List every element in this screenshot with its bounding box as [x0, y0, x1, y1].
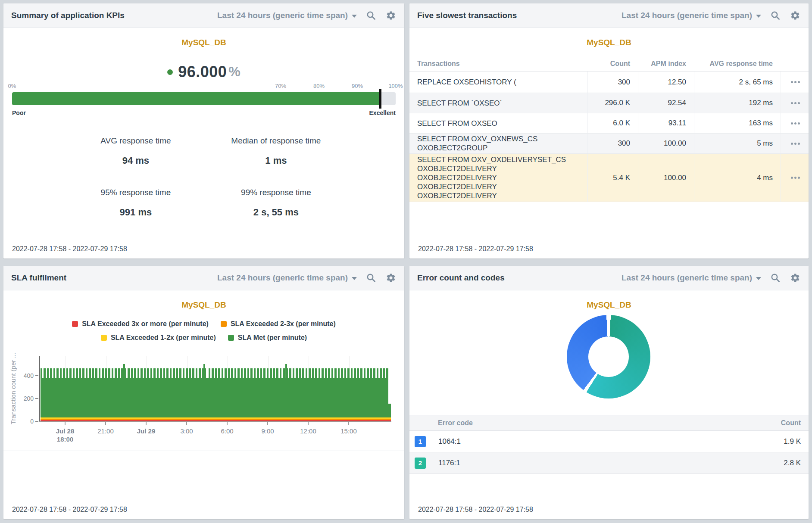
- search-icon[interactable]: [365, 272, 377, 283]
- timespan-dropdown[interactable]: Last 24 hours (generic time span): [217, 11, 357, 20]
- gauge-track: [12, 92, 396, 105]
- timespan-dropdown[interactable]: Last 24 hours (generic time span): [621, 273, 761, 283]
- y-tick-label: 400: [12, 372, 34, 379]
- row-menu-button[interactable]: [781, 93, 809, 113]
- gauge-tick: 100%: [388, 83, 403, 89]
- panel-header: Error count and codes Last 24 hours (gen…: [409, 266, 809, 290]
- table-header-row: Transactions Count APM index AVG respons…: [409, 56, 809, 72]
- timespan-dropdown[interactable]: Last 24 hours (generic time span): [621, 11, 761, 20]
- error-codes-donut-chart[interactable]: [567, 315, 650, 398]
- gear-icon[interactable]: [385, 10, 397, 21]
- legend-item-sla-exceeded-3x[interactable]: SLA Exceeded 3x or more (per minute): [72, 320, 209, 328]
- bar-spike: [203, 364, 205, 379]
- time-range-footer: 2022-07-28 17:58 - 2022-07-29 17:58: [12, 506, 127, 514]
- metric-value: 94 ms: [100, 155, 171, 166]
- x-tick-label: 21:00: [97, 427, 114, 435]
- gauge-fill: [12, 92, 380, 105]
- row-menu-button[interactable]: [781, 113, 809, 133]
- transaction-avg: 163 ms: [694, 113, 781, 133]
- db-label: MySQL_DB: [409, 300, 809, 310]
- x-tick-mark: [267, 422, 268, 425]
- panel-title: SLA fulfilment: [11, 273, 66, 283]
- score-gauge: 0% 70% 80% 90% 100% Poor Excellent: [12, 83, 396, 130]
- sla-stacked-bar-chart[interactable]: [39, 356, 391, 421]
- row-menu-button[interactable]: [781, 72, 809, 93]
- transaction-count: 300: [587, 134, 638, 153]
- legend-item-sla-exceeded-1-2x[interactable]: SLA Exceeded 1-2x (per minute): [101, 334, 216, 342]
- gauge-max-label: Excellent: [369, 109, 396, 116]
- error-count: 1.9 K: [764, 431, 809, 452]
- x-tick-label: 6:00: [221, 427, 233, 435]
- table-row[interactable]: 2 1176:1 2.8 K: [409, 452, 809, 474]
- panel-title: Error count and codes: [417, 273, 505, 283]
- transaction-name: SELECT FROM `OXSEO`: [409, 99, 587, 108]
- gear-icon[interactable]: [790, 272, 801, 283]
- db-label: MySQL_DB: [3, 38, 404, 47]
- col-avg-response: AVG response time: [694, 60, 781, 68]
- x-tick-mark: [146, 422, 147, 425]
- x-axis-line: [39, 421, 391, 422]
- more-dots-icon: [791, 177, 793, 179]
- time-range-footer: 2022-07-28 17:58 - 2022-07-29 17:58: [418, 245, 533, 253]
- table-row: SELECT FROM OXV_OXNEWS_CS OXOBJECT2GROUP…: [409, 134, 809, 154]
- timespan-dropdown[interactable]: Last 24 hours (generic time span): [217, 273, 357, 283]
- panel-slowest-transactions: Five slowest transactions Last 24 hours …: [409, 3, 809, 258]
- row-menu-button[interactable]: [781, 154, 809, 202]
- search-icon[interactable]: [365, 10, 377, 21]
- gear-icon[interactable]: [385, 272, 397, 283]
- x-tick-label: 9:00: [261, 427, 274, 435]
- col-transactions: Transactions: [409, 59, 587, 68]
- col-count: Count: [764, 419, 809, 427]
- search-icon[interactable]: [770, 272, 781, 283]
- col-apm-index: APM index: [638, 60, 694, 68]
- panel-header: Five slowest transactions Last 24 hours …: [409, 3, 809, 28]
- gauge-tick: 70%: [275, 83, 286, 89]
- final-partial-bar: [388, 404, 391, 417]
- panel-header: SLA fulfilment Last 24 hours (generic ti…: [3, 266, 404, 290]
- panel-title: Summary of application KPIs: [11, 11, 125, 20]
- gauge-tick: 0%: [8, 83, 16, 89]
- col-error-code: Error code: [432, 419, 764, 427]
- row-menu-button[interactable]: [781, 134, 809, 153]
- db-label: MySQL_DB: [409, 38, 809, 47]
- x-tick-mark: [348, 422, 349, 425]
- rank-badge: 1: [415, 436, 426, 447]
- table-row[interactable]: 1 1064:1 1.9 K: [409, 431, 809, 452]
- error-code: 1064:1: [432, 431, 764, 452]
- transaction-apm: 100.00: [638, 134, 694, 153]
- col-count: Count: [587, 60, 638, 68]
- transaction-avg: 4 ms: [694, 154, 781, 202]
- bar-series: [41, 368, 388, 421]
- gauge-tick: 80%: [313, 83, 325, 89]
- time-range-footer: 2022-07-28 17:58 - 2022-07-29 17:58: [418, 506, 533, 514]
- transaction-name: REPLACE OXSEOHISTORY (: [409, 78, 587, 87]
- search-icon[interactable]: [770, 10, 781, 21]
- more-dots-icon: [791, 102, 793, 104]
- metric-value: 2 s, 55 ms: [241, 207, 311, 218]
- transaction-apm: 12.50: [638, 72, 694, 93]
- bar-spike: [285, 364, 287, 379]
- transaction-avg: 5 ms: [694, 134, 781, 153]
- x-tick-mark: [105, 422, 106, 425]
- x-tick-mark: [227, 422, 228, 425]
- legend-item-sla-met[interactable]: SLA Met (per minute): [228, 334, 307, 342]
- gear-icon[interactable]: [790, 10, 801, 21]
- chart-legend-row: SLA Exceeded 3x or more (per minute) SLA…: [3, 320, 404, 328]
- bar-spike: [123, 364, 125, 379]
- transaction-apm: 92.54: [638, 93, 694, 113]
- chart-legend-row: SLA Exceeded 1-2x (per minute) SLA Met (…: [3, 334, 404, 342]
- score-status-dot: [167, 69, 173, 75]
- error-count: 2.8 K: [764, 452, 809, 473]
- metric-label: 99% response time: [241, 188, 311, 197]
- apdex-score: 96.000 %: [3, 63, 404, 81]
- x-tick-mark: [186, 422, 187, 425]
- legend-item-sla-exceeded-2-3x[interactable]: SLA Exceeded 2-3x (per minute): [221, 320, 336, 328]
- rank-badge: 2: [415, 458, 426, 469]
- table-row: SELECT FROM `OXSEO` 296.0 K 92.54 192 ms: [409, 93, 809, 113]
- time-range-footer: 2022-07-28 17:58 - 2022-07-29 17:58: [12, 245, 127, 253]
- y-axis-label: Transaction count (per ...: [9, 348, 17, 430]
- transaction-count: 296.0 K: [587, 93, 638, 113]
- caret-down-icon: [352, 277, 357, 280]
- x-tick-mark: [65, 422, 66, 425]
- legend-label: SLA Exceeded 2-3x (per minute): [231, 320, 336, 328]
